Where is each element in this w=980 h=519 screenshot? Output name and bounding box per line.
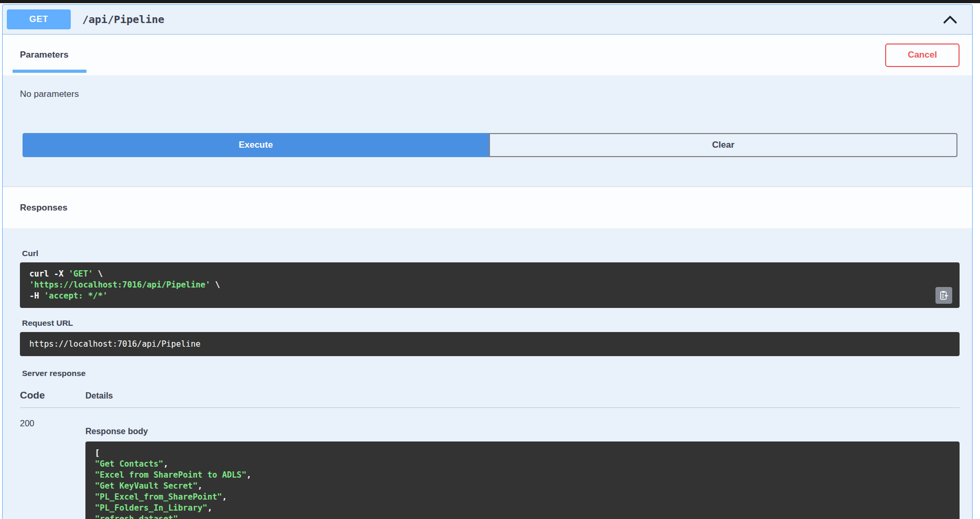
chevron-up-icon[interactable]: [943, 15, 957, 24]
server-response-label: Server response: [22, 369, 960, 378]
details-column-header: Details: [85, 391, 113, 401]
responses-body: Curl curl -X 'GET' \ 'https://localhost:…: [3, 229, 972, 519]
clear-button[interactable]: Clear: [489, 133, 957, 157]
table-row: 200 Response body [ "Get Contacts", "Exc…: [20, 408, 960, 519]
table-header-row: Code Details: [20, 390, 960, 408]
status-code-value: 200: [20, 418, 85, 519]
responses-section-title: Responses: [20, 203, 68, 213]
details-cell: Response body [ "Get Contacts", "Excel f…: [85, 418, 960, 519]
cancel-button[interactable]: Cancel: [885, 43, 960, 67]
server-response-table: Code Details 200 Response body [ "Get Co…: [20, 390, 960, 519]
operation-block-get-pipeline: GET /api/Pipeline Parameters Cancel No p…: [2, 4, 973, 519]
request-url-label: Request URL: [22, 318, 960, 328]
response-body-label: Response body: [85, 427, 960, 436]
copy-clipboard-icon[interactable]: [935, 287, 952, 304]
execute-button[interactable]: Execute: [23, 133, 489, 157]
parameters-body: No parameters Execute Clear: [3, 75, 972, 186]
curl-label: Curl: [22, 249, 960, 258]
active-tab-underline: [13, 70, 86, 73]
no-parameters-text: No parameters: [20, 89, 972, 100]
responses-header-band: Responses: [3, 186, 972, 229]
parameters-header-band: Parameters Cancel: [3, 35, 972, 75]
endpoint-path: /api/Pipeline: [82, 13, 165, 26]
request-url-value: https://localhost:7016/api/Pipeline: [20, 332, 960, 356]
http-method-badge: GET: [7, 9, 71, 29]
code-column-header: Code: [20, 390, 85, 401]
tab-parameters[interactable]: Parameters: [20, 50, 69, 60]
execute-button-row: Execute Clear: [23, 133, 957, 157]
request-url-text: https://localhost:7016/api/Pipeline: [29, 339, 201, 350]
curl-command-block: curl -X 'GET' \ 'https://localhost:7016/…: [20, 262, 960, 308]
response-body-block: [ "Get Contacts", "Excel from SharePoint…: [85, 441, 960, 519]
top-divider-strip: [0, 0, 980, 3]
operation-summary-row[interactable]: GET /api/Pipeline: [3, 5, 972, 35]
